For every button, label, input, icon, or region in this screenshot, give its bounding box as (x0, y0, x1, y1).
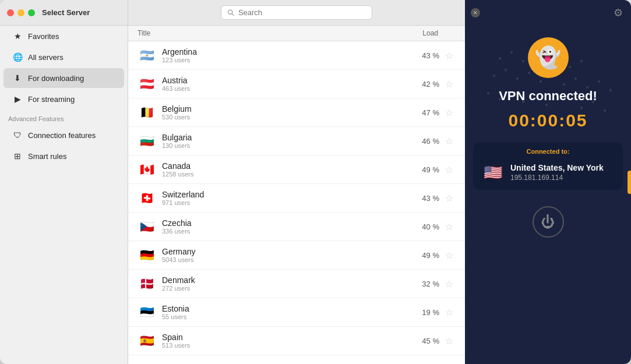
right-panel-header: ✕ ⚙ (465, 0, 631, 26)
search-box[interactable] (221, 5, 372, 20)
country-flag: 🇨🇦 (138, 160, 156, 179)
server-info: Bulgaria 130 users (162, 133, 404, 149)
connected-server-ip: 195.181.169.114 (510, 174, 615, 182)
server-name: Austria (162, 76, 404, 85)
server-load: 43 % (404, 194, 439, 203)
country-flag: 🇩🇪 (138, 246, 156, 264)
connected-to-label: Connected to: (481, 148, 615, 155)
power-button[interactable]: ⏻ (533, 206, 564, 238)
minimize-window-button[interactable] (17, 9, 24, 16)
ghost-icon: 👻 (535, 45, 561, 70)
sidebar: Select Server ★ Favorites 🌐 All servers … (0, 0, 128, 364)
table-row[interactable]: 🇧🇬 Bulgaria 130 users 46 % ☆ (128, 127, 465, 156)
table-row[interactable]: 🇪🇸 Spain 513 users 45 % ☆ (128, 327, 465, 355)
server-load: 49 % (404, 251, 439, 260)
grid-icon: ⊞ (12, 150, 23, 162)
maximize-window-button[interactable] (28, 9, 35, 16)
sidebar-item-all-servers[interactable]: 🌐 All servers (3, 47, 124, 67)
server-load: 45 % (404, 337, 439, 345)
country-flag: 🇪🇪 (138, 303, 156, 321)
sidebar-item-smart-rules[interactable]: ⊞ Smart rules (3, 146, 124, 166)
vpn-timer: 00:00:05 (508, 111, 587, 130)
close-icon: ✕ (473, 10, 478, 16)
server-load: 47 % (404, 108, 439, 117)
close-right-panel-button[interactable]: ✕ (471, 8, 480, 17)
sidebar-item-label: All servers (28, 53, 64, 62)
table-row[interactable]: 🇨🇦 Canada 1258 users 49 % ☆ (128, 156, 465, 184)
favorite-star-icon[interactable]: ☆ (445, 79, 456, 89)
download-icon: ⬇ (12, 72, 23, 84)
server-users: 55 users (162, 313, 404, 320)
sidebar-item-label: For downloading (28, 74, 84, 83)
sidebar-item-label: For streaming (28, 95, 75, 104)
server-name: Estonia (162, 304, 404, 313)
server-users: 971 users (162, 199, 404, 206)
favorite-star-icon[interactable]: ☆ (445, 307, 456, 317)
close-window-button[interactable] (7, 9, 14, 16)
globe-icon: 🌐 (12, 51, 23, 63)
server-info: Austria 463 users (162, 76, 404, 92)
table-row[interactable]: 🇨🇭 Switzerland 971 users 43 % ☆ (128, 184, 465, 213)
sidebar-item-connection-features[interactable]: 🛡 Connection features (3, 125, 124, 145)
server-users: 5043 users (162, 256, 404, 263)
server-info: Spain 513 users (162, 333, 404, 349)
vpn-logo: 👻 (528, 37, 569, 78)
table-row[interactable]: 🇦🇹 Austria 463 users 42 % ☆ (128, 70, 465, 98)
country-flag: 🇪🇸 (138, 331, 156, 350)
sidebar-item-favorites[interactable]: ★ Favorites (3, 26, 124, 46)
server-users: 123 users (162, 56, 404, 63)
vpn-status: VPN connected! (499, 89, 597, 104)
app-window: Select Server ★ Favorites 🌐 All servers … (0, 0, 631, 364)
sidebar-item-for-streaming[interactable]: ▶ For streaming (3, 89, 124, 109)
sidebar-item-label: Connection features (28, 131, 96, 140)
table-row[interactable]: 🇩🇰 Denmark 272 users 32 % ☆ (128, 270, 465, 298)
server-info: Switzerland 971 users (162, 190, 404, 206)
favorite-star-icon[interactable]: ☆ (445, 136, 456, 146)
server-load: 42 % (404, 80, 439, 89)
play-icon: ▶ (12, 93, 23, 105)
shield-icon: 🛡 (12, 129, 23, 141)
table-row[interactable]: 🇨🇿 Czechia 336 users 40 % ☆ (128, 213, 465, 241)
table-row[interactable]: 🇪🇪 Estonia 55 users 19 % ☆ (128, 298, 465, 327)
table-row[interactable]: 🇩🇪 Germany 5043 users 49 % ☆ (128, 241, 465, 270)
server-name: Switzerland (162, 190, 404, 199)
connected-server-info: United States, New York 195.181.169.114 (510, 163, 615, 182)
collapse-panel-button[interactable]: » (628, 171, 631, 194)
server-name: Spain (162, 333, 404, 342)
server-users: 513 users (162, 342, 404, 349)
favorite-star-icon[interactable]: ☆ (445, 221, 456, 232)
favorite-star-icon[interactable]: ☆ (445, 50, 456, 61)
country-flag: 🇦🇹 (138, 75, 156, 93)
server-name: Canada (162, 161, 404, 171)
favorite-star-icon[interactable]: ☆ (445, 278, 456, 289)
search-input[interactable] (238, 8, 366, 17)
svg-point-0 (228, 10, 232, 14)
sidebar-titlebar: Select Server (0, 0, 128, 26)
server-load: 19 % (404, 308, 439, 317)
col-load-header: Load (409, 29, 456, 37)
server-info: Denmark 272 users (162, 275, 404, 292)
server-name: Argentina (162, 47, 404, 56)
settings-icon[interactable]: ⚙ (614, 6, 623, 19)
favorite-star-icon[interactable]: ☆ (445, 164, 456, 175)
favorite-star-icon[interactable]: ☆ (445, 250, 456, 260)
favorite-star-icon[interactable]: ☆ (445, 193, 456, 203)
col-title-header: Title (138, 29, 409, 37)
server-list: 🇦🇷 Argentina 123 users 43 % ☆ 🇦🇹 Austria… (128, 41, 465, 364)
search-icon (227, 9, 235, 17)
server-users: 463 users (162, 85, 404, 92)
favorite-star-icon[interactable]: ☆ (445, 107, 456, 118)
server-info: Canada 1258 users (162, 161, 404, 178)
server-users: 336 users (162, 228, 404, 235)
server-name: Czechia (162, 218, 404, 228)
favorite-star-icon[interactable]: ☆ (445, 335, 456, 346)
server-users: 530 users (162, 114, 404, 121)
table-row[interactable]: 🇧🇪 Belgium 530 users 47 % ☆ (128, 98, 465, 127)
table-row[interactable]: 🇦🇷 Argentina 123 users 43 % ☆ (128, 41, 465, 70)
country-flag: 🇨🇭 (138, 189, 156, 207)
sidebar-item-label: Smart rules (28, 152, 66, 161)
connected-server-name: United States, New York (510, 163, 615, 172)
sidebar-item-label: Favorites (28, 32, 59, 41)
sidebar-item-for-downloading[interactable]: ⬇ For downloading (3, 68, 124, 88)
server-name: Denmark (162, 275, 404, 285)
